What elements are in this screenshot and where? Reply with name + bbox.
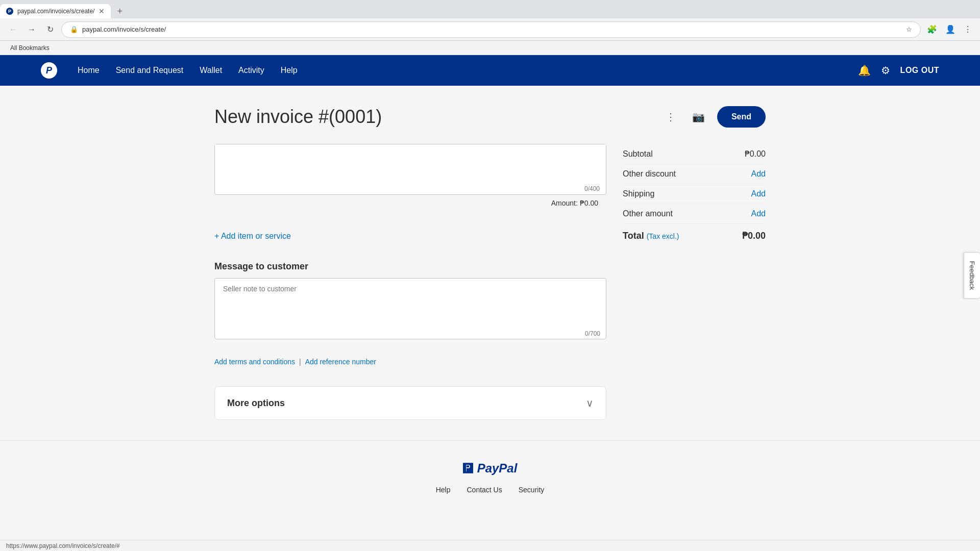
reload-button[interactable]: ↻ <box>43 22 57 37</box>
main-form: 0/400 Amount: ₱0.00 + Add item or servic… <box>214 144 606 420</box>
tab-favicon: P <box>6 8 13 15</box>
other-amount-label: Other amount <box>623 209 673 218</box>
paypal-navbar: P Home Send and Request Wallet Activity … <box>0 55 980 86</box>
subtotal-row: Subtotal ₱0.00 <box>623 144 766 164</box>
tab-close-button[interactable]: ✕ <box>99 7 105 15</box>
nav-help[interactable]: Help <box>281 66 298 75</box>
nav-send-and-request[interactable]: Send and Request <box>116 66 184 75</box>
shipping-label: Shipping <box>623 189 654 198</box>
lock-icon: 🔒 <box>70 26 78 33</box>
page-header: New invoice #(0001) ⋮ 📷 Send <box>214 106 766 128</box>
seller-note-textarea[interactable] <box>214 278 606 339</box>
shipping-add[interactable]: Add <box>751 189 766 198</box>
extensions-button[interactable]: 🧩 <box>925 22 939 36</box>
other-amount-row: Other amount Add <box>623 204 766 224</box>
notes-section: 0/400 Amount: ₱0.00 <box>214 144 606 211</box>
notes-char-count: 0/400 <box>215 183 606 194</box>
all-bookmarks[interactable]: All Bookmarks <box>6 43 54 53</box>
subtotal-value: ₱0.00 <box>745 149 766 159</box>
total-label: Total (Tax excl.) <box>623 231 679 241</box>
notes-textarea[interactable] <box>215 144 606 181</box>
camera-icon-button[interactable]: 📷 <box>688 107 709 127</box>
footer-logo: 🅿 PayPal <box>0 461 980 475</box>
nav-wallet[interactable]: Wallet <box>200 66 222 75</box>
notification-icon[interactable]: 🔔 <box>858 64 871 77</box>
chevron-down-icon: ∨ <box>586 397 594 409</box>
address-bar[interactable]: 🔒 paypal.com/invoice/s/create/ ☆ <box>61 21 921 38</box>
amount-line: Amount: ₱0.00 <box>214 195 606 211</box>
add-item-link[interactable]: + Add item or service <box>214 223 606 249</box>
footer-paypal-text: PayPal <box>477 461 518 475</box>
tab-title: paypal.com/invoice/s/create/ <box>17 8 94 15</box>
nav-left: P Home Send and Request Wallet Activity … <box>41 62 298 79</box>
status-bar: https://www.paypal.com/invoice/s/create/… <box>0 540 980 551</box>
more-button[interactable]: ⋮ <box>962 22 974 36</box>
main-content: New invoice #(0001) ⋮ 📷 Send 0/400 Amoun… <box>184 86 796 440</box>
total-value: ₱0.00 <box>742 230 766 241</box>
seller-char-count: 0/700 <box>585 330 600 337</box>
nav-right: 🔔 ⚙ LOG OUT <box>858 64 939 77</box>
footer-contact-link[interactable]: Contact Us <box>467 486 502 494</box>
other-amount-add[interactable]: Add <box>751 209 766 218</box>
browser-chrome: P paypal.com/invoice/s/create/ ✕ + ← → ↻… <box>0 0 980 55</box>
message-section: Message to customer 0/700 <box>214 261 606 341</box>
terms-reference-links: Add terms and conditions | Add reference… <box>214 354 606 370</box>
footer-links: Help Contact Us Security <box>0 486 980 494</box>
total-row: Total (Tax excl.) ₱0.00 <box>623 224 766 247</box>
notes-box: 0/400 <box>214 144 606 195</box>
footer: 🅿 PayPal Help Contact Us Security <box>0 440 980 514</box>
star-icon[interactable]: ☆ <box>906 26 912 33</box>
more-options-icon-button[interactable]: ⋮ <box>662 107 680 127</box>
other-discount-row: Other discount Add <box>623 164 766 184</box>
subtotal-label: Subtotal <box>623 149 653 159</box>
invoice-summary: Subtotal ₱0.00 Other discount Add Shippi… <box>623 144 766 420</box>
add-item-section: + Add item or service <box>214 223 606 249</box>
tax-excl: (Tax excl.) <box>647 232 679 240</box>
status-url: https://www.paypal.com/invoice/s/create/… <box>6 542 120 549</box>
message-section-label: Message to customer <box>214 261 606 272</box>
link-separator: | <box>299 358 301 366</box>
footer-security-link[interactable]: Security <box>519 486 545 494</box>
footer-help-link[interactable]: Help <box>436 486 451 494</box>
content-area: 0/400 Amount: ₱0.00 + Add item or servic… <box>214 144 766 420</box>
profile-button[interactable]: 👤 <box>943 22 958 36</box>
active-tab[interactable]: P paypal.com/invoice/s/create/ ✕ <box>0 4 111 18</box>
url-text: paypal.com/invoice/s/create/ <box>82 26 902 33</box>
nav-links: Home Send and Request Wallet Activity He… <box>78 66 298 75</box>
other-discount-label: Other discount <box>623 169 676 179</box>
browser-controls: ← → ↻ 🔒 paypal.com/invoice/s/create/ ☆ 🧩… <box>0 18 980 41</box>
settings-icon[interactable]: ⚙ <box>881 64 890 77</box>
more-options-label: More options <box>227 398 285 409</box>
header-actions: ⋮ 📷 Send <box>662 106 766 128</box>
terms-link[interactable]: Add terms and conditions <box>214 358 295 366</box>
back-button[interactable]: ← <box>6 22 20 37</box>
more-options-section[interactable]: More options ∨ <box>214 386 606 420</box>
new-tab-button[interactable]: + <box>113 6 127 17</box>
nav-activity[interactable]: Activity <box>238 66 264 75</box>
shipping-row: Shipping Add <box>623 184 766 204</box>
page-title: New invoice #(0001) <box>214 106 382 128</box>
logout-button[interactable]: LOG OUT <box>900 66 939 75</box>
nav-home[interactable]: Home <box>78 66 100 75</box>
browser-action-buttons: 🧩 👤 ⋮ <box>925 22 974 36</box>
other-discount-add[interactable]: Add <box>751 169 766 179</box>
footer-paypal-icon: 🅿 <box>463 463 473 474</box>
feedback-tab[interactable]: Feedback <box>964 252 980 298</box>
tab-bar: P paypal.com/invoice/s/create/ ✕ + <box>0 0 980 18</box>
reference-link[interactable]: Add reference number <box>305 358 376 366</box>
bookmarks-bar: All Bookmarks <box>0 41 980 55</box>
send-button[interactable]: Send <box>717 106 766 128</box>
paypal-logo[interactable]: P <box>41 62 57 79</box>
forward-button[interactable]: → <box>24 22 39 37</box>
seller-note-wrapper: 0/700 <box>214 278 606 341</box>
